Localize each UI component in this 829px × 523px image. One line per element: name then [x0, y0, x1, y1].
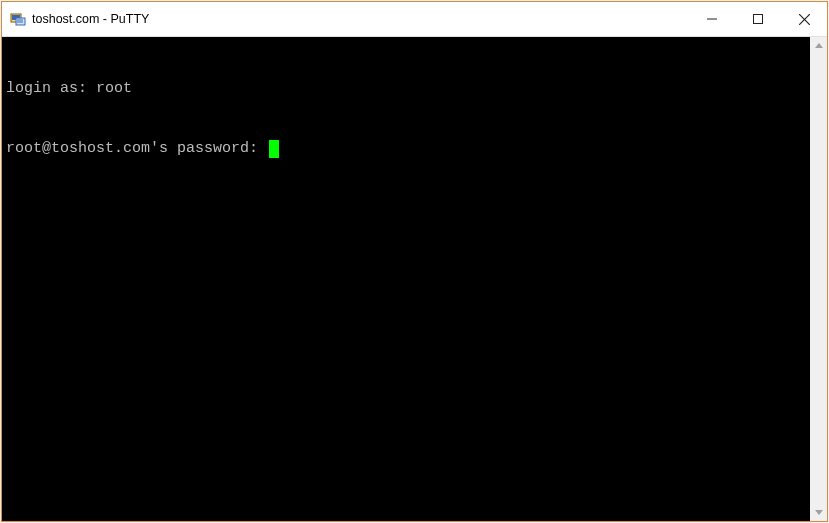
vertical-scrollbar[interactable]	[810, 37, 827, 521]
terminal-area: login as: root root@toshost.com's passwo…	[2, 36, 827, 521]
login-input-value: root	[96, 80, 132, 97]
cursor	[269, 140, 279, 158]
scroll-track[interactable]	[810, 54, 827, 504]
maximize-button[interactable]	[735, 2, 781, 36]
minimize-button[interactable]	[689, 2, 735, 36]
putty-window: toshost.com - PuTTY login as: root root@…	[1, 1, 828, 522]
putty-icon	[10, 11, 26, 27]
close-button[interactable]	[781, 2, 827, 36]
titlebar[interactable]: toshost.com - PuTTY	[2, 2, 827, 36]
scroll-up-arrow[interactable]	[810, 37, 827, 54]
terminal-line-1: login as: root	[6, 79, 806, 99]
svg-rect-6	[754, 15, 763, 24]
terminal-line-2: root@toshost.com's password:	[6, 139, 806, 159]
login-prompt: login as:	[6, 80, 96, 97]
window-title: toshost.com - PuTTY	[32, 12, 689, 26]
terminal[interactable]: login as: root root@toshost.com's passwo…	[2, 37, 810, 521]
scroll-down-arrow[interactable]	[810, 504, 827, 521]
password-prompt: root@toshost.com's password:	[6, 140, 267, 157]
window-controls	[689, 2, 827, 36]
